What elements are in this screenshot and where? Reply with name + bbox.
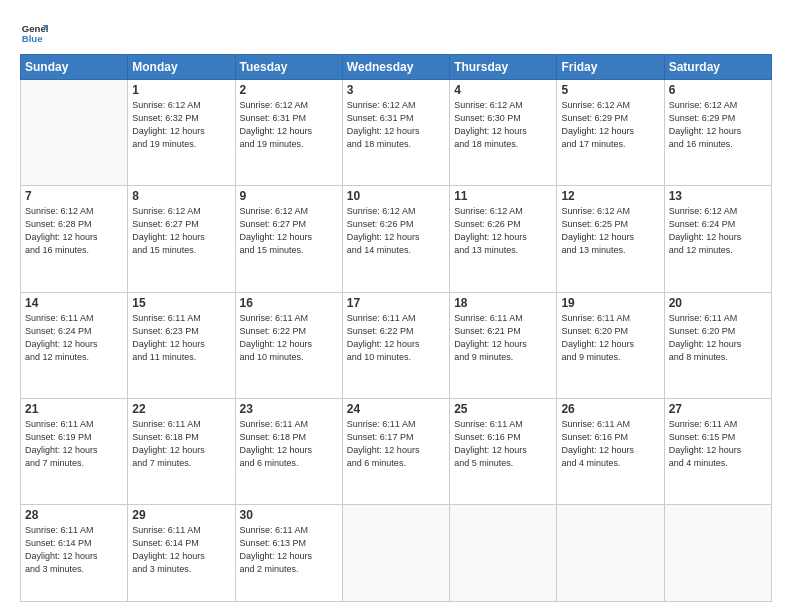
day-info: Sunrise: 6:12 AM Sunset: 6:32 PM Dayligh… — [132, 99, 230, 151]
day-info: Sunrise: 6:12 AM Sunset: 6:28 PM Dayligh… — [25, 205, 123, 257]
day-number: 10 — [347, 189, 445, 203]
day-number: 11 — [454, 189, 552, 203]
day-number: 18 — [454, 296, 552, 310]
day-number: 19 — [561, 296, 659, 310]
day-info: Sunrise: 6:11 AM Sunset: 6:15 PM Dayligh… — [669, 418, 767, 470]
calendar-cell: 29Sunrise: 6:11 AM Sunset: 6:14 PM Dayli… — [128, 505, 235, 602]
week-row-2: 7Sunrise: 6:12 AM Sunset: 6:28 PM Daylig… — [21, 186, 772, 292]
calendar-cell: 6Sunrise: 6:12 AM Sunset: 6:29 PM Daylig… — [664, 80, 771, 186]
day-info: Sunrise: 6:12 AM Sunset: 6:26 PM Dayligh… — [347, 205, 445, 257]
header: General Blue — [20, 18, 772, 46]
day-info: Sunrise: 6:12 AM Sunset: 6:25 PM Dayligh… — [561, 205, 659, 257]
calendar-table: SundayMondayTuesdayWednesdayThursdayFrid… — [20, 54, 772, 602]
week-row-5: 28Sunrise: 6:11 AM Sunset: 6:14 PM Dayli… — [21, 505, 772, 602]
calendar-cell: 4Sunrise: 6:12 AM Sunset: 6:30 PM Daylig… — [450, 80, 557, 186]
calendar-cell: 24Sunrise: 6:11 AM Sunset: 6:17 PM Dayli… — [342, 398, 449, 504]
day-number: 2 — [240, 83, 338, 97]
day-number: 15 — [132, 296, 230, 310]
day-number: 1 — [132, 83, 230, 97]
calendar-cell: 27Sunrise: 6:11 AM Sunset: 6:15 PM Dayli… — [664, 398, 771, 504]
day-number: 30 — [240, 508, 338, 522]
day-info: Sunrise: 6:11 AM Sunset: 6:22 PM Dayligh… — [347, 312, 445, 364]
day-info: Sunrise: 6:12 AM Sunset: 6:26 PM Dayligh… — [454, 205, 552, 257]
day-info: Sunrise: 6:11 AM Sunset: 6:14 PM Dayligh… — [132, 524, 230, 576]
day-info: Sunrise: 6:11 AM Sunset: 6:17 PM Dayligh… — [347, 418, 445, 470]
calendar-cell: 16Sunrise: 6:11 AM Sunset: 6:22 PM Dayli… — [235, 292, 342, 398]
day-info: Sunrise: 6:12 AM Sunset: 6:27 PM Dayligh… — [132, 205, 230, 257]
weekday-header-sunday: Sunday — [21, 55, 128, 80]
calendar-cell: 12Sunrise: 6:12 AM Sunset: 6:25 PM Dayli… — [557, 186, 664, 292]
day-info: Sunrise: 6:11 AM Sunset: 6:20 PM Dayligh… — [669, 312, 767, 364]
day-number: 24 — [347, 402, 445, 416]
day-number: 6 — [669, 83, 767, 97]
calendar-cell: 26Sunrise: 6:11 AM Sunset: 6:16 PM Dayli… — [557, 398, 664, 504]
calendar-cell: 3Sunrise: 6:12 AM Sunset: 6:31 PM Daylig… — [342, 80, 449, 186]
calendar-cell — [342, 505, 449, 602]
day-number: 3 — [347, 83, 445, 97]
day-number: 14 — [25, 296, 123, 310]
weekday-header-thursday: Thursday — [450, 55, 557, 80]
calendar-cell: 2Sunrise: 6:12 AM Sunset: 6:31 PM Daylig… — [235, 80, 342, 186]
day-info: Sunrise: 6:12 AM Sunset: 6:27 PM Dayligh… — [240, 205, 338, 257]
day-number: 16 — [240, 296, 338, 310]
calendar-cell: 1Sunrise: 6:12 AM Sunset: 6:32 PM Daylig… — [128, 80, 235, 186]
day-info: Sunrise: 6:11 AM Sunset: 6:14 PM Dayligh… — [25, 524, 123, 576]
day-number: 28 — [25, 508, 123, 522]
day-number: 5 — [561, 83, 659, 97]
calendar-cell: 15Sunrise: 6:11 AM Sunset: 6:23 PM Dayli… — [128, 292, 235, 398]
day-number: 20 — [669, 296, 767, 310]
calendar-cell — [664, 505, 771, 602]
week-row-1: 1Sunrise: 6:12 AM Sunset: 6:32 PM Daylig… — [21, 80, 772, 186]
day-number: 22 — [132, 402, 230, 416]
calendar-cell: 30Sunrise: 6:11 AM Sunset: 6:13 PM Dayli… — [235, 505, 342, 602]
calendar-cell: 5Sunrise: 6:12 AM Sunset: 6:29 PM Daylig… — [557, 80, 664, 186]
day-number: 29 — [132, 508, 230, 522]
day-info: Sunrise: 6:11 AM Sunset: 6:20 PM Dayligh… — [561, 312, 659, 364]
calendar-cell: 19Sunrise: 6:11 AM Sunset: 6:20 PM Dayli… — [557, 292, 664, 398]
day-info: Sunrise: 6:12 AM Sunset: 6:24 PM Dayligh… — [669, 205, 767, 257]
day-number: 17 — [347, 296, 445, 310]
day-number: 21 — [25, 402, 123, 416]
day-number: 8 — [132, 189, 230, 203]
day-info: Sunrise: 6:11 AM Sunset: 6:21 PM Dayligh… — [454, 312, 552, 364]
day-info: Sunrise: 6:11 AM Sunset: 6:23 PM Dayligh… — [132, 312, 230, 364]
day-number: 25 — [454, 402, 552, 416]
weekday-header-monday: Monday — [128, 55, 235, 80]
calendar-cell — [21, 80, 128, 186]
calendar-cell: 10Sunrise: 6:12 AM Sunset: 6:26 PM Dayli… — [342, 186, 449, 292]
calendar-cell: 23Sunrise: 6:11 AM Sunset: 6:18 PM Dayli… — [235, 398, 342, 504]
day-number: 4 — [454, 83, 552, 97]
calendar-cell — [450, 505, 557, 602]
day-number: 12 — [561, 189, 659, 203]
weekday-header-friday: Friday — [557, 55, 664, 80]
calendar-cell: 17Sunrise: 6:11 AM Sunset: 6:22 PM Dayli… — [342, 292, 449, 398]
logo-icon: General Blue — [20, 18, 48, 46]
calendar-cell: 28Sunrise: 6:11 AM Sunset: 6:14 PM Dayli… — [21, 505, 128, 602]
week-row-3: 14Sunrise: 6:11 AM Sunset: 6:24 PM Dayli… — [21, 292, 772, 398]
weekday-header-tuesday: Tuesday — [235, 55, 342, 80]
calendar-page: General Blue SundayMondayTuesdayWednesda… — [0, 0, 792, 612]
weekday-header-saturday: Saturday — [664, 55, 771, 80]
day-number: 9 — [240, 189, 338, 203]
day-number: 13 — [669, 189, 767, 203]
logo: General Blue — [20, 18, 48, 46]
day-info: Sunrise: 6:12 AM Sunset: 6:29 PM Dayligh… — [669, 99, 767, 151]
calendar-cell: 20Sunrise: 6:11 AM Sunset: 6:20 PM Dayli… — [664, 292, 771, 398]
day-info: Sunrise: 6:11 AM Sunset: 6:24 PM Dayligh… — [25, 312, 123, 364]
weekday-header-wednesday: Wednesday — [342, 55, 449, 80]
day-number: 27 — [669, 402, 767, 416]
day-info: Sunrise: 6:12 AM Sunset: 6:31 PM Dayligh… — [347, 99, 445, 151]
day-info: Sunrise: 6:11 AM Sunset: 6:18 PM Dayligh… — [240, 418, 338, 470]
day-info: Sunrise: 6:11 AM Sunset: 6:22 PM Dayligh… — [240, 312, 338, 364]
calendar-cell: 7Sunrise: 6:12 AM Sunset: 6:28 PM Daylig… — [21, 186, 128, 292]
day-number: 23 — [240, 402, 338, 416]
calendar-cell: 13Sunrise: 6:12 AM Sunset: 6:24 PM Dayli… — [664, 186, 771, 292]
day-info: Sunrise: 6:11 AM Sunset: 6:19 PM Dayligh… — [25, 418, 123, 470]
calendar-cell: 25Sunrise: 6:11 AM Sunset: 6:16 PM Dayli… — [450, 398, 557, 504]
day-info: Sunrise: 6:12 AM Sunset: 6:31 PM Dayligh… — [240, 99, 338, 151]
day-info: Sunrise: 6:11 AM Sunset: 6:16 PM Dayligh… — [561, 418, 659, 470]
svg-text:Blue: Blue — [22, 33, 43, 44]
day-info: Sunrise: 6:11 AM Sunset: 6:13 PM Dayligh… — [240, 524, 338, 576]
weekday-header-row: SundayMondayTuesdayWednesdayThursdayFrid… — [21, 55, 772, 80]
calendar-cell: 11Sunrise: 6:12 AM Sunset: 6:26 PM Dayli… — [450, 186, 557, 292]
